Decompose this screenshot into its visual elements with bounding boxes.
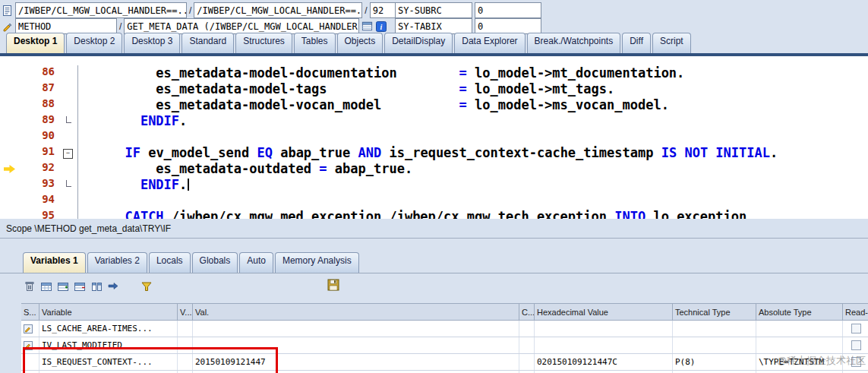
tab-locals[interactable]: Locals xyxy=(149,252,191,273)
code-line-92[interactable]: 92 es_metadata-outdated = abap_true. xyxy=(0,161,868,177)
tab-desktop-1[interactable]: Desktop 1 xyxy=(6,33,65,53)
cell[interactable]: 020150109121447C xyxy=(535,354,673,370)
filter-icon[interactable] xyxy=(140,280,153,293)
tab-variables-1[interactable]: Variables 1 xyxy=(23,252,86,273)
cell[interactable] xyxy=(193,321,519,337)
readonly-checkbox[interactable] xyxy=(851,324,861,333)
fold-margin[interactable] xyxy=(59,193,78,209)
cell[interactable] xyxy=(673,337,756,353)
tab-break-watchpoints[interactable]: Break./Watchpoints xyxy=(527,33,621,53)
cell[interactable]: IV_LAST_MODIFIED xyxy=(39,337,178,353)
cell[interactable] xyxy=(178,337,193,353)
columns-icon[interactable] xyxy=(90,280,103,293)
code-line-94[interactable]: 94 xyxy=(0,193,868,209)
tab-data-explorer[interactable]: Data Explorer xyxy=(454,33,525,53)
fold-margin[interactable] xyxy=(59,177,78,193)
cell[interactable] xyxy=(519,321,535,337)
unit-type-field[interactable]: METHOD xyxy=(15,18,117,34)
sy-tabix-label-field[interactable]: SY-TABIX xyxy=(395,18,472,34)
column-header-hexadecimal-value[interactable]: Hexadecimal Value xyxy=(535,304,673,320)
cell[interactable] xyxy=(756,321,843,337)
column-header-absolute-type[interactable]: Absolute Type xyxy=(756,304,843,320)
breakpoint-margin[interactable] xyxy=(0,65,20,81)
breakpoint-margin[interactable] xyxy=(0,161,20,177)
variable-row-2[interactable]: IV_LAST_MODIFIED xyxy=(21,337,868,354)
code-line-90[interactable]: 90 xyxy=(0,129,868,145)
delete-row-icon[interactable] xyxy=(73,280,86,293)
cell[interactable] xyxy=(673,321,756,337)
tab-diff[interactable]: Diff xyxy=(622,33,651,53)
sy-tabix-value-field[interactable]: 0 xyxy=(475,18,541,34)
breakpoint-margin[interactable] xyxy=(0,129,20,145)
column-header-read-c[interactable]: Read-C xyxy=(843,304,868,320)
unit-name-field[interactable]: GET_META_DATA (/IWBEP/CL_MGW_LOCAL_HANDL… xyxy=(124,18,359,34)
sy-subrc-value-field[interactable]: 0 xyxy=(475,2,541,18)
table-layout-icon[interactable] xyxy=(39,280,52,293)
include-field[interactable]: /IWBEP/CL_MGW_LOCAL_HANDLER==... xyxy=(194,2,362,18)
fold-margin[interactable] xyxy=(59,97,78,113)
insert-row-icon[interactable] xyxy=(56,280,69,293)
breakpoint-margin[interactable] xyxy=(0,81,20,97)
cell[interactable]: LS_CACHE_AREA-TIMES... xyxy=(39,321,178,337)
cell[interactable] xyxy=(535,321,673,337)
column-header-val[interactable]: Val. xyxy=(193,304,519,320)
save-icon[interactable] xyxy=(327,278,339,291)
code-editor[interactable]: 86 es_metadata-model-documentation = lo_… xyxy=(0,53,868,223)
fold-margin[interactable]: − xyxy=(59,145,78,161)
tab-desktop-3[interactable]: Desktop 3 xyxy=(124,33,180,53)
cell[interactable] xyxy=(178,354,193,370)
fold-margin[interactable] xyxy=(59,81,78,97)
fold-margin[interactable] xyxy=(59,161,78,177)
tab-variables-2[interactable]: Variables 2 xyxy=(87,252,147,273)
fold-margin[interactable] xyxy=(59,65,78,81)
cell[interactable] xyxy=(756,337,843,353)
column-header-s[interactable]: S... xyxy=(21,304,39,320)
code-line-93[interactable]: 93 ENDIF. xyxy=(0,177,868,193)
fold-margin[interactable] xyxy=(59,129,78,145)
cell[interactable] xyxy=(519,354,535,370)
column-header-v[interactable]: V... xyxy=(178,304,193,320)
tab-standard[interactable]: Standard xyxy=(181,33,234,53)
cell[interactable] xyxy=(535,337,673,353)
column-header-technical-type[interactable]: Technical Type xyxy=(673,304,756,320)
change-indicator-icon[interactable] xyxy=(21,321,39,337)
cell[interactable]: IS_REQUEST_CONTEXT-... xyxy=(39,354,178,370)
readonly-cell[interactable] xyxy=(843,337,868,353)
swap-icon[interactable] xyxy=(106,280,119,293)
tab-desktop-2[interactable]: Desktop 2 xyxy=(66,33,122,53)
code-line-89[interactable]: 89 ENDIF. xyxy=(0,113,868,129)
cell[interactable] xyxy=(178,321,193,337)
cell[interactable]: P(8) xyxy=(673,354,756,370)
tab-auto[interactable]: Auto xyxy=(239,252,273,273)
tab-globals[interactable]: Globals xyxy=(192,252,238,273)
change-indicator-icon[interactable] xyxy=(21,337,39,353)
tab-script[interactable]: Script xyxy=(652,33,691,53)
variable-row-3[interactable]: IS_REQUEST_CONTEXT-...201501091214470201… xyxy=(21,354,868,371)
tab-memory-analysis[interactable]: Memory Analysis xyxy=(275,252,359,273)
sy-subrc-label-field[interactable]: SY-SUBRC xyxy=(395,2,472,18)
code-line-86[interactable]: 86 es_metadata-model-documentation = lo_… xyxy=(0,65,868,81)
breakpoint-margin[interactable] xyxy=(0,145,20,161)
variable-row-1[interactable]: LS_CACHE_AREA-TIMES... xyxy=(21,321,868,337)
tab-objects[interactable]: Objects xyxy=(337,33,383,53)
readonly-checkbox[interactable] xyxy=(851,340,861,350)
tab-tables[interactable]: Tables xyxy=(294,33,336,53)
breakpoint-margin[interactable] xyxy=(0,193,20,209)
column-header-variable[interactable]: Variable xyxy=(39,304,178,320)
code-line-87[interactable]: 87 es_metadata-model-tags = lo_model->mt… xyxy=(0,81,868,97)
code-line-88[interactable]: 88 es_metadata-model-vocan_model = lo_mo… xyxy=(0,97,868,113)
cell[interactable]: 20150109121447 xyxy=(193,354,519,370)
cell[interactable] xyxy=(21,354,39,370)
tab-structures[interactable]: Structures xyxy=(235,33,292,53)
info-icon[interactable]: i xyxy=(375,21,387,32)
list-icon[interactable] xyxy=(361,21,373,32)
fold-margin[interactable] xyxy=(59,113,78,129)
breakpoint-margin[interactable] xyxy=(0,113,20,129)
breakpoint-margin[interactable] xyxy=(0,177,20,193)
code-line-91[interactable]: 91− IF ev_model_send EQ abap_true AND is… xyxy=(0,145,868,161)
column-header-c[interactable]: C... xyxy=(519,304,535,320)
readonly-cell[interactable] xyxy=(843,321,868,337)
cell[interactable] xyxy=(519,337,535,353)
delete-all-icon[interactable] xyxy=(23,280,36,293)
tab-detaildisplay[interactable]: DetailDisplay xyxy=(384,33,453,53)
